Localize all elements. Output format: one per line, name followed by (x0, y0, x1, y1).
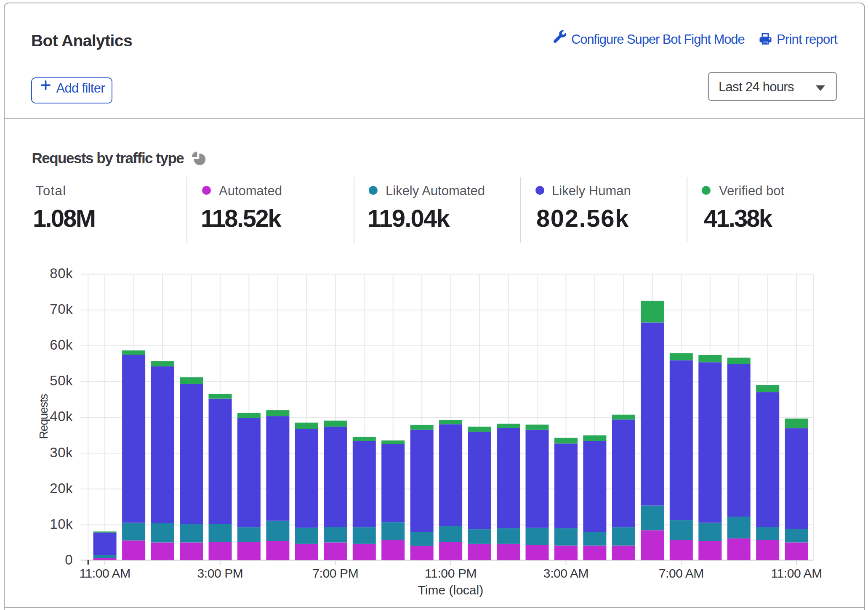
svg-text:30k: 30k (50, 445, 73, 460)
svg-text:7:00 PM: 7:00 PM (312, 566, 358, 580)
svg-text:40k: 40k (50, 408, 73, 424)
svg-text:3:00 AM: 3:00 AM (543, 566, 588, 580)
svg-text:10k: 10k (50, 516, 73, 532)
svg-text:11:00 AM: 11:00 AM (79, 566, 130, 580)
svg-text:11:00 PM: 11:00 PM (425, 566, 477, 580)
svg-text:7:00 AM: 7:00 AM (659, 566, 704, 580)
svg-text:80k: 80k (50, 265, 73, 281)
svg-text:60k: 60k (50, 337, 73, 353)
svg-text:70k: 70k (50, 301, 73, 317)
svg-text:Requests: Requests (37, 394, 50, 439)
svg-text:3:00 PM: 3:00 PM (197, 566, 243, 580)
svg-text:0: 0 (65, 552, 73, 568)
svg-text:20k: 20k (50, 480, 73, 496)
svg-text:Time (local): Time (local) (418, 583, 484, 597)
svg-text:50k: 50k (50, 373, 73, 388)
svg-text:11:00 AM: 11:00 AM (771, 566, 822, 580)
